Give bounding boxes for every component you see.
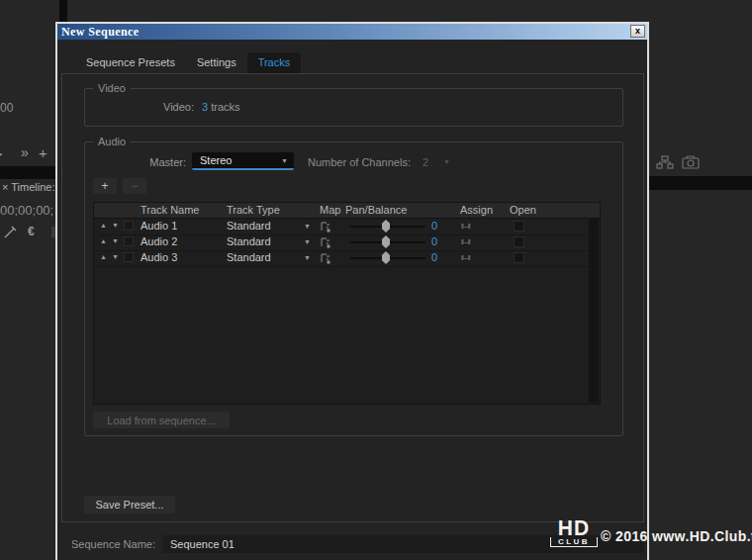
header-assign: Assign bbox=[460, 204, 493, 216]
track-name[interactable]: Audio 3 bbox=[141, 251, 177, 263]
bg-strip bbox=[0, 166, 56, 179]
pan-slider-thumb[interactable] bbox=[382, 251, 390, 264]
video-track-count: 3 bbox=[202, 101, 208, 113]
track-name[interactable]: Audio 1 bbox=[141, 220, 177, 232]
channel-map-icon[interactable] bbox=[319, 236, 330, 248]
master-label: Master: bbox=[105, 156, 186, 168]
channels-chevron-down-icon: ▼ bbox=[443, 158, 456, 165]
move-down-icon[interactable]: ▼ bbox=[112, 253, 119, 260]
track-type-dropdown[interactable]: Standard bbox=[227, 251, 271, 263]
timeline-tab[interactable]: × Timeline: ( bbox=[2, 181, 61, 193]
move-down-icon[interactable]: ▼ bbox=[112, 237, 119, 244]
snap-icon[interactable] bbox=[3, 226, 17, 239]
track-name[interactable]: Audio 2 bbox=[141, 235, 177, 247]
play-icon[interactable]: ▶ bbox=[0, 147, 2, 160]
dialog-titlebar[interactable]: New Sequence x bbox=[57, 24, 647, 40]
bg-clipped-timecode: 00 bbox=[0, 101, 13, 115]
video-tracks-label: Video: bbox=[163, 101, 194, 113]
tab-tracks[interactable]: Tracks bbox=[247, 52, 302, 73]
bg-panel-divider bbox=[59, 0, 67, 22]
pan-value[interactable]: 0 bbox=[416, 235, 437, 247]
header-track-type: Track Type bbox=[227, 204, 280, 216]
chevron-down-icon: ▼ bbox=[281, 157, 294, 164]
load-from-sequence-button[interactable]: Load from sequence... bbox=[93, 412, 230, 428]
save-preset-button[interactable]: Save Preset... bbox=[84, 496, 175, 513]
panel-menu-chevron-icon[interactable]: » bbox=[21, 144, 29, 160]
master-dropdown[interactable]: Stereo ▼ bbox=[192, 152, 294, 170]
track-type-dropdown[interactable]: Standard bbox=[227, 235, 271, 247]
assign-icon[interactable]: ‖–‖ bbox=[461, 223, 471, 230]
add-icon[interactable]: + bbox=[39, 144, 47, 161]
dialog-body: Sequence Presets Settings Tracks Video V… bbox=[57, 40, 647, 560]
bg-strip-right bbox=[649, 176, 752, 190]
pan-value[interactable]: 0 bbox=[416, 251, 437, 263]
video-group: Video Video: 3 tracks bbox=[84, 88, 623, 127]
header-map: Map bbox=[320, 204, 340, 216]
channel-map-icon[interactable] bbox=[319, 252, 330, 264]
move-up-icon[interactable]: ▲ bbox=[100, 222, 107, 229]
pan-slider-thumb[interactable] bbox=[382, 235, 390, 248]
track-type-dropdown[interactable]: Standard bbox=[227, 220, 271, 232]
master-dropdown-value: Stereo bbox=[192, 154, 281, 166]
header-open: Open bbox=[510, 204, 536, 216]
channel-map-icon[interactable] bbox=[319, 221, 330, 233]
header-pan-balance: Pan/Balance bbox=[345, 204, 407, 216]
table-header: Track Name Track Type Map Pan/Balance As… bbox=[94, 203, 600, 219]
open-checkbox[interactable] bbox=[514, 221, 524, 232]
channels-dropdown[interactable]: 2 bbox=[423, 156, 428, 168]
track-select-checkbox[interactable] bbox=[124, 236, 134, 246]
watermark-copyright: © 2016 www.HD.Club.tw bbox=[601, 528, 752, 544]
track-select-checkbox[interactable] bbox=[124, 221, 134, 231]
tab-settings[interactable]: Settings bbox=[186, 52, 247, 73]
table-row: ▲ ▼ Audio 3 Standard ▼ 0 ‖–‖ bbox=[94, 250, 591, 267]
screen: 00 ▶ » + × Timeline: ( 00;00;00; € New S… bbox=[0, 0, 752, 560]
move-up-icon[interactable]: ▲ bbox=[100, 237, 107, 244]
audio-group: Audio Master: Stereo ▼ Number of Channel… bbox=[84, 141, 623, 436]
move-down-icon[interactable]: ▼ bbox=[112, 222, 119, 229]
add-track-button[interactable]: + bbox=[93, 178, 117, 194]
table-scrollbar[interactable] bbox=[589, 218, 599, 403]
audio-group-label: Audio bbox=[93, 136, 131, 147]
header-track-name: Track Name bbox=[141, 204, 200, 216]
dialog-title: New Sequence bbox=[57, 25, 139, 40]
new-sequence-dialog: New Sequence x Sequence Presets Settings… bbox=[55, 22, 649, 560]
dialog-tabs: Sequence Presets Settings Tracks bbox=[75, 52, 301, 73]
move-up-icon[interactable]: ▲ bbox=[100, 253, 107, 260]
chevron-down-icon[interactable]: ▼ bbox=[304, 238, 317, 245]
close-icon[interactable]: x bbox=[630, 25, 645, 38]
open-checkbox[interactable] bbox=[514, 252, 524, 263]
pan-value[interactable]: 0 bbox=[416, 220, 437, 232]
video-group-label: Video bbox=[93, 82, 131, 94]
chevron-down-icon[interactable]: ▼ bbox=[304, 223, 317, 230]
timecode-display: 00;00;00; bbox=[0, 203, 53, 218]
audio-routing-icon[interactable] bbox=[656, 154, 674, 170]
magnet-icon[interactable]: € bbox=[28, 225, 35, 238]
video-track-suffix: tracks bbox=[211, 101, 239, 113]
pan-slider-thumb[interactable] bbox=[382, 220, 390, 233]
chevron-down-icon[interactable]: ▼ bbox=[304, 254, 317, 261]
audio-track-table: Track Name Track Type Map Pan/Balance As… bbox=[93, 202, 601, 405]
assign-icon[interactable]: ‖–‖ bbox=[461, 254, 471, 261]
track-select-checkbox[interactable] bbox=[124, 252, 134, 262]
remove-track-button[interactable]: − bbox=[123, 178, 146, 194]
open-checkbox[interactable] bbox=[514, 236, 524, 247]
channels-label: Number of Channels: bbox=[308, 156, 411, 168]
sequence-name-label: Sequence Name: bbox=[71, 538, 155, 550]
table-row: ▲ ▼ Audio 1 Standard ▼ 0 ‖–‖ bbox=[94, 219, 591, 235]
hd-club-logo: HD CLUB bbox=[550, 518, 598, 547]
hd-club-logo-top: HD bbox=[550, 518, 598, 538]
assign-icon[interactable]: ‖–‖ bbox=[461, 238, 471, 245]
tab-sequence-presets[interactable]: Sequence Presets bbox=[75, 52, 186, 73]
camera-icon[interactable] bbox=[682, 155, 701, 169]
table-row: ▲ ▼ Audio 2 Standard ▼ 0 ‖–‖ bbox=[94, 234, 591, 251]
channels-dropdown-value: 2 bbox=[423, 156, 428, 168]
